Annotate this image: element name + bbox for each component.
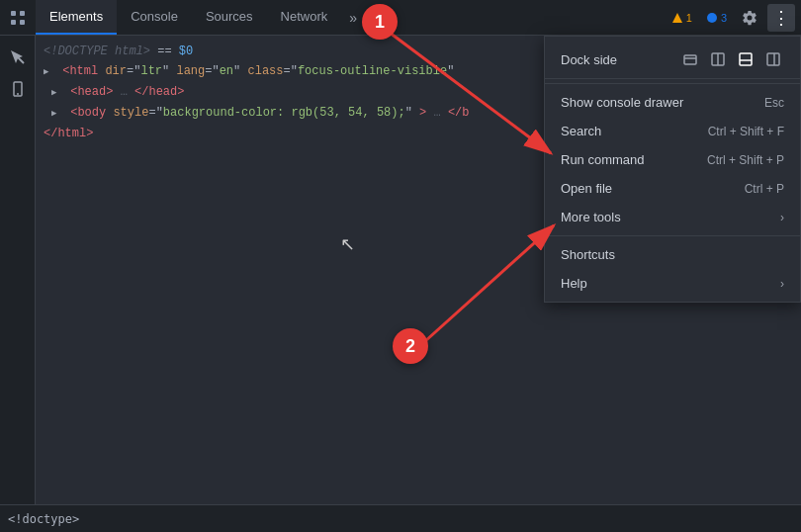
menu-label-search: Search — [561, 124, 696, 138]
tab-elements[interactable]: Elements — [36, 0, 117, 35]
menu-label-shortcuts: Shortcuts — [561, 247, 784, 262]
menu-label-help: Help — [561, 276, 772, 291]
svg-rect-1 — [20, 11, 25, 16]
menu-section-dock: Dock side — [545, 37, 800, 84]
inspect-icon[interactable] — [4, 44, 32, 71]
menu-shortcut-run-command: Ctrl + Shift + P — [707, 153, 784, 167]
menu-label-more-tools: More tools — [561, 210, 772, 224]
more-options-button[interactable]: ⋮ — [767, 4, 795, 32]
dock-side-label: Dock side — [561, 52, 679, 67]
tab-console[interactable]: Console — [117, 0, 192, 35]
svg-marker-4 — [672, 13, 682, 23]
menu-item-help[interactable]: Help › — [545, 269, 800, 298]
help-arrow-icon: › — [780, 277, 784, 291]
devtools-bottom-bar: <!doctype> — [0, 504, 801, 532]
dock-separate-icon[interactable] — [679, 48, 701, 70]
menu-item-show-console[interactable]: Show console drawer Esc — [545, 88, 800, 117]
dock-side-row: Dock side — [545, 41, 800, 79]
info-badge[interactable]: 3 — [701, 10, 732, 26]
menu-label-show-console: Show console drawer — [561, 95, 753, 110]
dock-bottom-icon[interactable] — [735, 48, 756, 70]
menu-item-run-command[interactable]: Run command Ctrl + Shift + P — [545, 145, 800, 174]
menu-shortcut-open-file: Ctrl + P — [745, 182, 784, 196]
menu-section-main: Show console drawer Esc Search Ctrl + Sh… — [545, 84, 800, 236]
menu-label-run-command: Run command — [561, 152, 695, 167]
breadcrumb: <!doctype> — [8, 512, 79, 526]
dock-left-icon[interactable] — [707, 48, 729, 70]
menu-label-open-file: Open file — [561, 181, 733, 196]
svg-rect-0 — [11, 11, 16, 16]
svg-line-6 — [18, 57, 24, 63]
menu-item-shortcuts[interactable]: Shortcuts — [545, 240, 800, 269]
svg-rect-15 — [767, 53, 779, 65]
grid-icon[interactable] — [0, 0, 36, 36]
menu-item-open-file[interactable]: Open file Ctrl + P — [545, 174, 800, 203]
svg-rect-9 — [684, 55, 696, 64]
menu-item-more-tools[interactable]: More tools › — [545, 203, 800, 231]
warning-badge[interactable]: 1 — [667, 10, 697, 26]
svg-rect-2 — [11, 20, 16, 25]
device-icon[interactable] — [4, 75, 32, 103]
collapse-triangle[interactable]: ▶ — [44, 63, 55, 81]
menu-section-help: Shortcuts Help › — [545, 236, 800, 302]
collapse-triangle-body[interactable]: ▶ — [51, 105, 63, 123]
menu-shortcut-show-console: Esc — [764, 96, 784, 110]
collapse-triangle-head[interactable]: ▶ — [51, 84, 63, 102]
dock-icons — [679, 48, 784, 70]
svg-rect-3 — [20, 20, 25, 25]
tabs-overflow-button[interactable]: » — [341, 0, 365, 35]
svg-rect-13 — [740, 53, 752, 65]
settings-icon[interactable] — [736, 4, 763, 32]
more-tools-arrow-icon: › — [780, 211, 784, 224]
menu-item-search[interactable]: Search Ctrl + Shift + F — [545, 117, 800, 145]
tab-sources[interactable]: Sources — [192, 0, 267, 35]
toolbar-right: 1 3 ⋮ — [667, 4, 801, 32]
tab-network[interactable]: Network — [267, 0, 342, 35]
devtools-topbar: Elements Console Sources Network » 1 3 — [0, 0, 801, 36]
devtools-left-bar — [0, 36, 36, 504]
menu-shortcut-search: Ctrl + Shift + F — [708, 125, 784, 138]
svg-point-5 — [707, 13, 717, 23]
devtools-tabs: Elements Console Sources Network » — [36, 0, 667, 35]
dropdown-menu: Dock side — [544, 36, 801, 303]
dock-right-icon[interactable] — [762, 48, 784, 70]
